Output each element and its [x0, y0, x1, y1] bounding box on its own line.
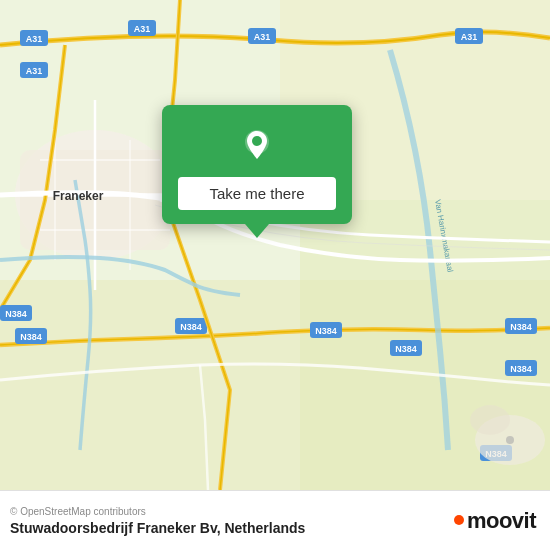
- svg-text:A31: A31: [26, 34, 43, 44]
- svg-text:N384: N384: [20, 332, 42, 342]
- svg-point-41: [470, 405, 510, 435]
- svg-text:N384: N384: [5, 309, 27, 319]
- map-pin-icon: [235, 123, 279, 167]
- location-popup: Take me there: [162, 105, 352, 224]
- svg-text:N384: N384: [510, 322, 532, 332]
- svg-text:N384: N384: [395, 344, 417, 354]
- svg-text:A31: A31: [26, 66, 43, 76]
- svg-point-43: [506, 436, 514, 444]
- moovit-logo: moovit: [454, 508, 536, 534]
- map-container: A31 A31 A31 A31 A31 N384 N384 N384 N384 …: [0, 0, 550, 490]
- bottom-bar: © OpenStreetMap contributors Stuwadoorsb…: [0, 490, 550, 550]
- map-attribution: © OpenStreetMap contributors: [10, 506, 305, 517]
- svg-text:N384: N384: [510, 364, 532, 374]
- moovit-brand-text: moovit: [467, 508, 536, 534]
- moovit-dot-icon: [454, 515, 464, 525]
- location-name: Stuwadoorsbedrijf Franeker Bv, Netherlan…: [10, 520, 305, 536]
- take-me-there-button[interactable]: Take me there: [178, 177, 336, 210]
- svg-text:N384: N384: [315, 326, 337, 336]
- svg-text:N384: N384: [180, 322, 202, 332]
- svg-text:Franeker: Franeker: [53, 189, 104, 203]
- svg-text:A31: A31: [461, 32, 478, 42]
- svg-point-45: [252, 136, 262, 146]
- location-info: © OpenStreetMap contributors Stuwadoorsb…: [10, 506, 305, 536]
- svg-text:A31: A31: [254, 32, 271, 42]
- svg-text:A31: A31: [134, 24, 151, 34]
